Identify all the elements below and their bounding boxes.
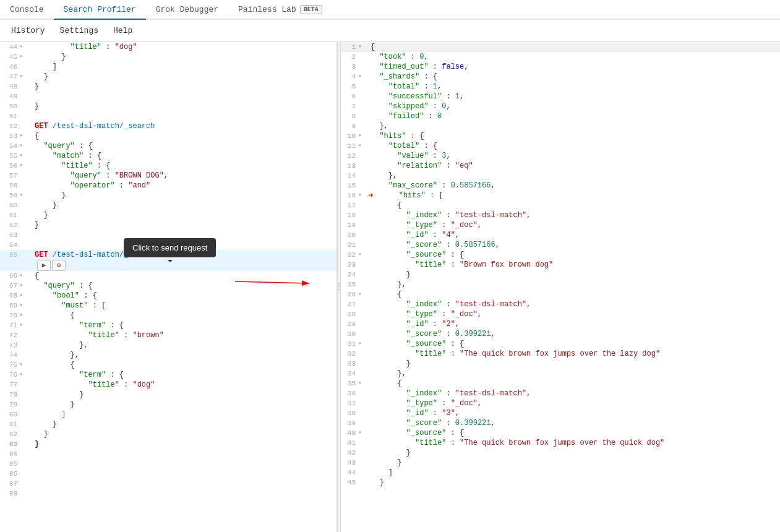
- fold-icon[interactable]: ▾: [17, 291, 25, 301]
- line-number: 83: [0, 439, 17, 449]
- line-gutter: 86: [0, 469, 32, 479]
- send-request-button[interactable]: ▶: [37, 260, 51, 271]
- line-number: 73: [0, 340, 17, 350]
- editor-line: 59▾ }: [0, 191, 336, 200]
- out-fold-icon[interactable]: ▾: [356, 339, 364, 349]
- fold-icon[interactable]: ▾: [17, 281, 25, 291]
- out-gutter: 41: [341, 438, 368, 448]
- out-fold-icon[interactable]: ▾: [356, 72, 364, 82]
- output-line: 37 "_type" : "_doc",: [341, 398, 780, 408]
- output-line: 8 "failed" : 0: [341, 111, 780, 121]
- out-fold-icon[interactable]: ▾: [356, 42, 364, 52]
- line-number: 58: [0, 181, 17, 191]
- tab-console-label: Console: [10, 5, 44, 14]
- fold-icon[interactable]: ▾: [17, 271, 25, 281]
- line-number: 49: [0, 92, 17, 101]
- out-gutter: 35▾: [341, 379, 368, 388]
- out-gutter: 34: [341, 369, 368, 379]
- fold-icon[interactable]: ▾: [17, 191, 25, 200]
- fold-icon[interactable]: ▾: [17, 151, 25, 161]
- line-gutter: 67▾: [0, 281, 32, 291]
- editor-line: 60 }: [0, 200, 336, 210]
- out-line-number: 40: [341, 428, 356, 438]
- editor-line: 87: [0, 479, 336, 489]
- out-line-number: 21: [341, 240, 356, 250]
- line-content: {: [32, 360, 336, 370]
- line-number: 70: [0, 311, 17, 320]
- out-gutter: 22▾: [341, 250, 368, 260]
- fold-icon[interactable]: ▾: [17, 320, 25, 330]
- fold-icon[interactable]: ▾: [17, 131, 25, 141]
- fold-icon[interactable]: ▾: [17, 301, 25, 311]
- line-gutter: 66▾: [0, 271, 32, 281]
- nav-history[interactable]: History: [5, 24, 51, 38]
- line-number: 46: [0, 62, 17, 72]
- fold-icon[interactable]: ▾: [17, 42, 25, 52]
- editor-scroll[interactable]: 44▾ "title" : "dog"45▾ }46 ]47▾ }48}4950…: [0, 42, 336, 532]
- line-gutter: 69▾: [0, 301, 32, 311]
- out-gutter: 27: [341, 299, 368, 309]
- out-fold-icon[interactable]: ▾: [356, 250, 364, 260]
- settings-button[interactable]: ⚙: [52, 260, 66, 271]
- line-number: 76: [0, 370, 17, 380]
- tooltip-text: Click to send request: [132, 243, 207, 252]
- out-content: }: [368, 448, 780, 458]
- beta-badge: BETA: [300, 5, 322, 14]
- out-content: }: [368, 478, 780, 487]
- line-content: }: [32, 429, 336, 439]
- out-line-number: 43: [341, 458, 356, 468]
- out-line-number: 16: [341, 191, 356, 200]
- line-content: {: [32, 311, 336, 320]
- output-line: 6 "successful" : 1,: [341, 92, 780, 101]
- line-content: }: [32, 82, 336, 92]
- tab-search-profiler[interactable]: Search Profiler: [54, 0, 146, 20]
- out-content: "title" : "Brown fox brown dog": [368, 260, 780, 270]
- nav-settings[interactable]: Settings: [54, 24, 105, 38]
- tab-painless-lab[interactable]: Painless Lab BETA: [228, 0, 332, 20]
- fold-icon[interactable]: ▾: [17, 72, 25, 82]
- line-content: "operator" : "and": [32, 181, 336, 191]
- out-fold-icon[interactable]: ▾: [356, 141, 364, 151]
- out-line-number: 17: [341, 200, 356, 210]
- editor-line: 79 }: [0, 400, 336, 410]
- line-content: "title" : "dog": [32, 42, 336, 52]
- out-line-number: 7: [341, 101, 356, 111]
- tab-grok-debugger[interactable]: Grok Debugger: [146, 0, 228, 20]
- out-fold-icon[interactable]: ▾: [356, 191, 364, 200]
- output-scroll[interactable]: 1▾{2 "took" : 0,3 "timed_out" : false,4▾…: [341, 42, 780, 532]
- line-gutter: 87: [0, 479, 32, 489]
- fold-icon[interactable]: ▾: [17, 141, 25, 151]
- out-content: {: [368, 200, 780, 210]
- out-gutter: 31▾: [341, 339, 368, 349]
- line-content: "query" : "BROWN DOG",: [32, 171, 336, 181]
- out-content: },: [368, 369, 780, 379]
- out-line-number: 29: [341, 319, 356, 329]
- out-fold-icon[interactable]: ▾: [356, 428, 364, 438]
- out-line-number: 45: [341, 478, 356, 487]
- fold-icon[interactable]: ▾: [17, 52, 25, 62]
- line-gutter: 46: [0, 62, 32, 72]
- editor-line: 55▾ "match" : {: [0, 151, 336, 161]
- line-gutter: 54▾: [0, 141, 32, 151]
- out-content: "successful" : 1,: [368, 92, 780, 101]
- fold-icon[interactable]: ▾: [17, 311, 25, 320]
- out-fold-icon[interactable]: ▾: [356, 290, 364, 299]
- tab-console[interactable]: Console: [0, 0, 54, 20]
- line-content: }: [32, 400, 336, 410]
- out-line-number: 30: [341, 329, 356, 339]
- nav-help[interactable]: Help: [107, 24, 139, 38]
- out-gutter: 33: [341, 359, 368, 369]
- out-fold-icon[interactable]: ▾: [356, 131, 364, 141]
- line-number: 45: [0, 52, 17, 62]
- line-content: },: [32, 340, 336, 350]
- fold-icon[interactable]: ▾: [17, 370, 25, 380]
- output-line: 38 "_id" : "3",: [341, 408, 780, 418]
- line-gutter: 83: [0, 439, 32, 449]
- fold-icon[interactable]: ▾: [17, 161, 25, 171]
- output-line: 13 "relation" : "eq": [341, 161, 780, 171]
- fold-icon[interactable]: ▾: [17, 360, 25, 370]
- output-line: 1▾{: [341, 42, 780, 52]
- out-fold-icon[interactable]: ▾: [356, 379, 364, 388]
- out-line-number: 6: [341, 92, 356, 101]
- editor-line: 86: [0, 469, 336, 479]
